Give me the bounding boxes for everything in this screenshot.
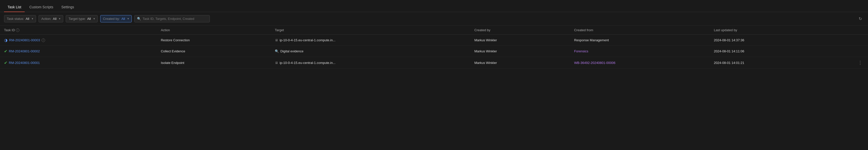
cell-created-from: Forensics bbox=[570, 46, 710, 57]
cell-row-actions bbox=[824, 46, 868, 57]
target-text: Digital evidence bbox=[280, 49, 304, 53]
chevron-down-icon: ▾ bbox=[32, 17, 33, 21]
col-header-task-id: Task ID i bbox=[0, 26, 157, 35]
filter-task-status-value: All bbox=[26, 17, 29, 21]
last-updated-text: 2024-08-01 14:11:06 bbox=[714, 49, 744, 53]
chevron-down-icon: ▾ bbox=[93, 17, 95, 21]
tab-task-list[interactable]: Task List bbox=[4, 2, 25, 12]
table-header-row: Task ID i Action Target Created by Cr bbox=[0, 26, 868, 35]
app-container: Task List Custom Scripts Settings Task s… bbox=[0, 0, 868, 150]
target-icon: 🔍 bbox=[275, 49, 279, 53]
task-id-link[interactable]: RM-20240801-00003 bbox=[9, 38, 40, 42]
created-from-link[interactable]: WB-36492-20240801-00006 bbox=[574, 61, 615, 65]
created-by-text: Markus Winkler bbox=[474, 61, 497, 65]
filter-task-status-label: Task status: bbox=[7, 17, 24, 21]
created-by-text: Markus Winkler bbox=[474, 49, 497, 53]
table-container: Task ID i Action Target Created by Cr bbox=[0, 26, 868, 150]
task-table: Task ID i Action Target Created by Cr bbox=[0, 26, 868, 69]
table-row: ◑ RM-20240801-00003 i Restore Connection… bbox=[0, 35, 868, 46]
cell-row-actions: ⋮ bbox=[824, 57, 868, 69]
status-icon: ✔ bbox=[4, 61, 7, 65]
cell-action: Isolate Endpoint bbox=[157, 57, 271, 69]
search-box: 🔍 bbox=[134, 15, 210, 23]
cell-created-by: Markus Winkler bbox=[470, 35, 570, 46]
tab-settings[interactable]: Settings bbox=[58, 2, 78, 12]
action-text: Isolate Endpoint bbox=[161, 61, 184, 65]
target-icon: 🖥 bbox=[275, 38, 278, 42]
table-row: ✔ RM-20240801-00001 Isolate Endpoint 🖥 i… bbox=[0, 57, 868, 69]
chevron-down-icon: ▾ bbox=[59, 17, 60, 21]
last-updated-text: 2024-08-01 14:37:36 bbox=[714, 38, 744, 42]
cell-created-from: Response Management bbox=[570, 35, 710, 46]
chevron-down-icon: ▾ bbox=[127, 17, 129, 21]
search-input[interactable] bbox=[143, 17, 207, 21]
cell-task-id: ✔ RM-20240801-00001 bbox=[0, 57, 157, 69]
tab-custom-scripts[interactable]: Custom Scripts bbox=[26, 2, 57, 12]
row-info-icon[interactable]: i bbox=[41, 38, 45, 42]
cell-created-by: Markus Winkler bbox=[470, 46, 570, 57]
cell-last-updated: 2024-08-01 14:37:36 bbox=[710, 35, 824, 46]
last-updated-text: 2024-08-01 14:01:21 bbox=[714, 61, 744, 65]
cell-created-from: WB-36492-20240801-00006 bbox=[570, 57, 710, 69]
status-icon: ◑ bbox=[4, 38, 7, 42]
task-id-link[interactable]: RM-20240801-00001 bbox=[9, 61, 40, 65]
filter-task-status[interactable]: Task status: All ▾ bbox=[4, 15, 36, 23]
cell-task-id: ✔ RM-20240801-00002 bbox=[0, 46, 157, 57]
cell-target: 🖥 ip-10-0-4-15.eu-central-1.compute.in..… bbox=[271, 35, 470, 46]
cell-last-updated: 2024-08-01 14:01:21 bbox=[710, 57, 824, 69]
filter-action-value: All bbox=[53, 17, 56, 21]
action-text: Collect Evidence bbox=[161, 49, 185, 53]
filter-target-type-value: All bbox=[87, 17, 91, 21]
filter-action[interactable]: Action: All ▾ bbox=[38, 15, 63, 23]
col-header-action: Action bbox=[157, 26, 271, 35]
refresh-button[interactable]: ↻ bbox=[857, 15, 864, 22]
table-row: ✔ RM-20240801-00002 Collect Evidence 🔍 D… bbox=[0, 46, 868, 57]
col-header-created-from: Created from bbox=[570, 26, 710, 35]
action-text: Restore Connection bbox=[161, 38, 190, 42]
col-header-target: Target bbox=[271, 26, 470, 35]
filter-target-type[interactable]: Target type: All ▾ bbox=[66, 15, 97, 23]
created-from-link[interactable]: Forensics bbox=[574, 49, 588, 53]
cell-target: 🔍 Digital evidence bbox=[271, 46, 470, 57]
cell-action: Collect Evidence bbox=[157, 46, 271, 57]
more-button[interactable]: ⋮ bbox=[857, 60, 864, 66]
col-header-actions bbox=[824, 26, 868, 35]
target-icon: 🖥 bbox=[275, 61, 278, 65]
filter-bar: Task status: All ▾ Action: All ▾ Target … bbox=[0, 12, 868, 26]
target-text: ip-10-0-4-15.eu-central-1.compute.in... bbox=[280, 38, 336, 42]
search-icon: 🔍 bbox=[137, 17, 141, 21]
cell-created-by: Markus Winkler bbox=[470, 57, 570, 69]
cell-target: 🖥 ip-10-0-4-15.eu-central-1.compute.in..… bbox=[271, 57, 470, 69]
cell-action: Restore Connection bbox=[157, 35, 271, 46]
status-icon: ✔ bbox=[4, 49, 7, 53]
created-by-text: Markus Winkler bbox=[474, 38, 497, 42]
cell-row-actions bbox=[824, 35, 868, 46]
col-header-last-updated: Last updated by bbox=[710, 26, 824, 35]
filter-created-by-value: All bbox=[121, 17, 125, 21]
created-from-text: Response Management bbox=[574, 38, 609, 42]
cell-last-updated: 2024-08-01 14:11:06 bbox=[710, 46, 824, 57]
filter-action-label: Action: bbox=[41, 17, 51, 21]
cell-task-id: ◑ RM-20240801-00003 i bbox=[0, 35, 157, 46]
task-id-info-icon[interactable]: i bbox=[16, 29, 20, 32]
target-text: ip-10-0-4-15.eu-central-1.compute.in... bbox=[280, 61, 336, 65]
filter-target-type-label: Target type: bbox=[68, 17, 86, 21]
filter-created-by[interactable]: Created by: All ▾ bbox=[100, 15, 132, 23]
filter-created-by-label: Created by: bbox=[103, 17, 120, 21]
task-id-link[interactable]: RM-20240801-00002 bbox=[9, 49, 40, 53]
tab-bar: Task List Custom Scripts Settings bbox=[0, 0, 868, 12]
col-header-created-by: Created by bbox=[470, 26, 570, 35]
